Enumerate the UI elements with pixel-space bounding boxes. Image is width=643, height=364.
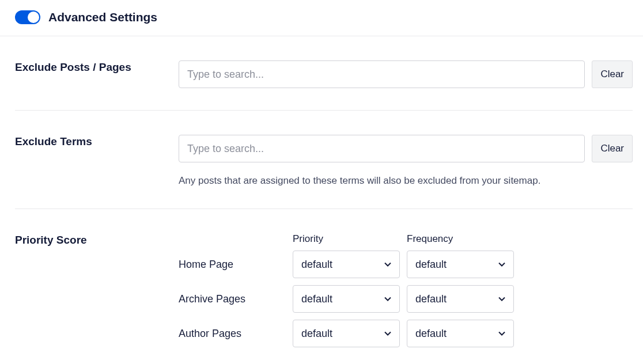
exclude-terms-hint: Any posts that are assigned to these ter… [179,175,633,187]
author-pages-frequency-select[interactable]: default [407,320,514,347]
exclude-posts-input[interactable] [179,60,585,88]
author-pages-priority-select[interactable]: default [293,320,400,347]
chevron-down-icon [383,294,392,304]
select-value: default [415,259,447,271]
advanced-settings-toggle[interactable] [15,10,40,24]
exclude-posts-label: Exclude Posts / Pages [15,60,179,75]
priority-row-archive-pages: Archive Pages default default [179,285,633,313]
select-value: default [301,259,332,271]
chevron-down-icon [497,294,506,304]
priority-row-author-pages: Author Pages default default [179,320,633,347]
frequency-column-header: Frequency [407,233,514,245]
chevron-down-icon [383,260,392,269]
priority-row-label: Archive Pages [179,285,293,313]
archive-pages-priority-select[interactable]: default [293,285,400,313]
priority-row-label: Home Page [179,251,293,278]
priority-score-label: Priority Score [15,233,179,248]
exclude-posts-clear-button[interactable]: Clear [592,60,633,88]
exclude-terms-label: Exclude Terms [15,135,179,149]
home-page-priority-select[interactable]: default [293,251,400,278]
select-value: default [301,293,332,305]
archive-pages-frequency-select[interactable]: default [407,285,514,313]
priority-column-header: Priority [293,233,400,245]
select-value: default [415,293,447,305]
spacer [179,233,293,245]
chevron-down-icon [383,329,392,338]
exclude-terms-input[interactable] [179,135,585,162]
exclude-terms-clear-button[interactable]: Clear [592,135,633,162]
priority-row-home-page: Home Page default default [179,251,633,278]
priority-row-label: Author Pages [179,320,293,347]
chevron-down-icon [497,260,506,269]
select-value: default [301,328,332,340]
home-page-frequency-select[interactable]: default [407,251,514,278]
toggle-knob [28,12,39,23]
chevron-down-icon [497,329,506,338]
select-value: default [415,328,447,340]
section-title: Advanced Settings [48,10,157,24]
